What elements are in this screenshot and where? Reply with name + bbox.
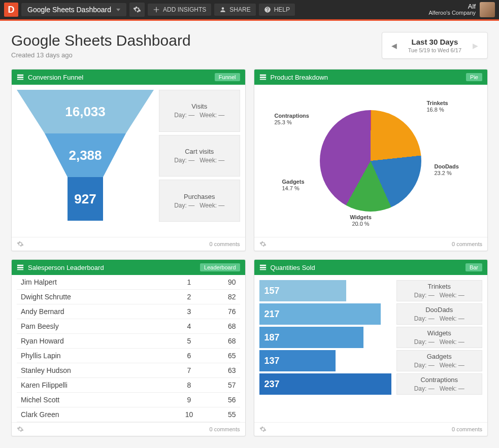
comments-count[interactable]: 0 comments	[210, 426, 240, 432]
bar-row: 217	[259, 303, 391, 325]
bar-chart: 157217187137237	[259, 280, 391, 395]
funnel-stage: 2,388	[17, 133, 154, 177]
card-bars: Quantities Sold Bar 157217187137237 Trin…	[254, 259, 488, 436]
cell-score: 82	[205, 290, 240, 304]
cell-score: 65	[205, 349, 240, 363]
pie-label: Trinkets16.8 %	[427, 100, 448, 113]
stat-tile: DooDadsDay: — Week: —	[396, 303, 483, 325]
pie-label: Contraptions25.3 %	[275, 113, 309, 126]
range-prev-button[interactable]: ◀	[389, 40, 399, 52]
stat-sub: Day: — Week: —	[174, 112, 224, 119]
cell-name: Dwight Schrutte	[17, 290, 174, 304]
svg-rect-11	[17, 269, 23, 270]
svg-rect-7	[259, 77, 265, 78]
pie-chart: Trinkets16.8 %DooDads23.2 %Widgets20.0 %…	[259, 90, 483, 232]
card-leaderboard: Salesperson Leaderboard Leaderboard Jim …	[11, 259, 246, 436]
bar-fill: 217	[259, 303, 381, 325]
card-type-badge: Funnel	[215, 73, 240, 81]
svg-rect-10	[17, 267, 23, 268]
stat-label: Gadgets	[427, 353, 452, 360]
cell-name: Pam Beesly	[17, 319, 174, 334]
cell-rank: 2	[174, 290, 205, 304]
add-insights-label: ADD INSIGHTS	[163, 6, 206, 13]
gear-icon	[133, 6, 141, 14]
bar-row: 157	[259, 280, 391, 301]
stat-label: DooDads	[425, 306, 453, 314]
stat-sub: Day: — Week: —	[414, 385, 464, 392]
settings-button[interactable]	[129, 3, 145, 17]
cell-score: 55	[205, 407, 240, 422]
card-title: Salesperson Leaderboard	[28, 264, 196, 271]
topbar: D Google Sheets Dashboard ADD INSIGHTS S…	[0, 0, 499, 21]
share-label: SHARE	[229, 6, 250, 13]
cell-score: 68	[205, 334, 240, 349]
bar-row: 137	[259, 350, 391, 371]
table-row: Dwight Schrutte282	[17, 290, 240, 304]
table-row: Stanley Hudson763	[17, 363, 240, 378]
pie-label: Widgets20.0 %	[350, 214, 372, 227]
page-title: Google Sheets Dashboard	[11, 32, 191, 49]
cell-name: Andy Bernard	[17, 304, 174, 319]
gear-icon[interactable]	[259, 426, 267, 433]
comments-count[interactable]: 0 comments	[210, 241, 240, 247]
grid-icon	[259, 74, 267, 81]
card-title: Quantities Sold	[271, 264, 461, 271]
svg-rect-9	[17, 265, 23, 266]
stat-tile: VisitsDay: — Week: —	[159, 90, 240, 132]
cell-name: Ryan Howard	[17, 334, 174, 349]
comments-count[interactable]: 0 comments	[452, 426, 482, 432]
cell-score: 56	[205, 393, 240, 407]
card-title: Product Breakdown	[271, 74, 462, 81]
logo-icon[interactable]: D	[4, 3, 18, 17]
stat-sub: Day: — Week: —	[174, 157, 224, 164]
table-row: Pam Beesly468	[17, 319, 240, 334]
plus-icon	[153, 6, 160, 13]
card-pie: Product Breakdown Pie Trinkets16.8 %DooD…	[254, 69, 488, 251]
stat-label: Purchases	[184, 193, 215, 200]
bar-fill: 237	[259, 373, 391, 395]
stat-sub: Day: — Week: —	[414, 292, 464, 299]
gear-icon[interactable]	[259, 240, 267, 248]
dashboard-selector[interactable]: Google Sheets Dashboard	[21, 3, 126, 16]
stat-label: Cart visits	[185, 148, 214, 155]
cell-rank: 3	[174, 304, 205, 319]
bar-fill: 187	[259, 327, 363, 348]
svg-rect-14	[259, 269, 265, 270]
cell-name: Karen Filippelli	[17, 378, 174, 393]
svg-rect-6	[259, 75, 265, 76]
svg-rect-2	[17, 79, 23, 80]
add-insights-button[interactable]: ADD INSIGHTS	[148, 4, 211, 16]
svg-rect-1	[17, 77, 23, 78]
cell-score: 57	[205, 378, 240, 393]
table-row: Ryan Howard568	[17, 334, 240, 349]
leaderboard-table: Jim Halpert190Dwight Schrutte282Andy Ber…	[17, 275, 240, 422]
company-name: Alferoo's Company	[428, 10, 476, 16]
share-button[interactable]: SHARE	[214, 4, 255, 16]
table-row: Michel Scott956	[17, 393, 240, 407]
bar-row: 237	[259, 373, 391, 395]
cell-rank: 1	[174, 275, 205, 290]
range-sub: Tue 5/19 to Wed 6/17	[408, 47, 461, 53]
pie-label: DooDads23.2 %	[435, 163, 459, 177]
bar-fill: 157	[259, 280, 347, 301]
range-next-button[interactable]: ▶	[471, 40, 480, 52]
help-button[interactable]: HELP	[259, 4, 295, 16]
cell-score: 76	[205, 304, 240, 319]
gear-icon[interactable]	[17, 240, 24, 248]
range-label: Last 30 Days	[408, 38, 461, 46]
gear-icon[interactable]	[17, 426, 24, 433]
date-range-picker[interactable]: ◀ Last 30 Days Tue 5/19 to Wed 6/17 ▶	[382, 32, 488, 59]
table-row: Clark Green1055	[17, 407, 240, 422]
funnel-value: 16,033	[17, 90, 154, 133]
comments-count[interactable]: 0 comments	[452, 241, 482, 247]
grid-icon	[259, 264, 267, 271]
person-icon	[219, 6, 226, 13]
pie-label: Gadgets14.7 %	[282, 179, 305, 192]
table-row: Andy Bernard376	[17, 304, 240, 319]
user-menu[interactable]: Alf Alferoo's Company	[428, 2, 495, 17]
bar-fill: 137	[259, 350, 336, 371]
card-type-badge: Pie	[466, 73, 482, 81]
page-subtitle: Created 13 days ago	[11, 51, 191, 59]
cell-rank: 9	[174, 393, 205, 407]
cell-rank: 5	[174, 334, 205, 349]
